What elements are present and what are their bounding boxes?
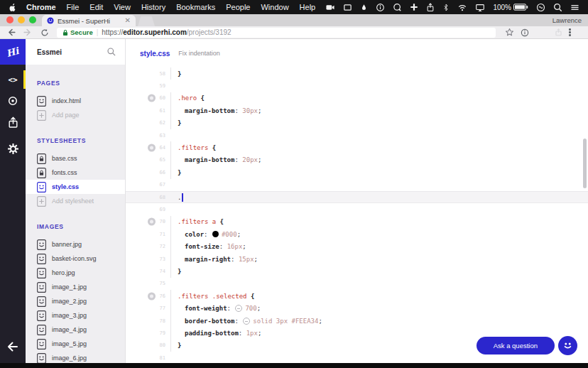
fix-indentation-link[interactable]: Fix indentation — [178, 50, 220, 57]
star-icon[interactable] — [505, 28, 514, 37]
close-window-button[interactable] — [6, 16, 13, 23]
ext-info-icon[interactable] — [521, 28, 529, 37]
launcher-icon[interactable] — [393, 3, 402, 12]
browser-toolbar: Secure | https://editor.superhi.com/proj… — [0, 26, 588, 39]
search-icon[interactable] — [107, 48, 116, 56]
ask-question-button[interactable]: Ask a question — [477, 337, 555, 355]
code-line-61[interactable]: 61margin-bottom: 30px; — [126, 104, 588, 117]
code-line-63[interactable]: 63 — [126, 129, 588, 141]
plus-icon[interactable] — [410, 3, 418, 11]
file-item-basket-icon-svg[interactable]: basket-icon.svg — [26, 251, 125, 266]
code-line-73[interactable]: 73margin-right: 15px; — [126, 253, 588, 265]
file-item-image-2-jpg[interactable]: image_2.jpg — [26, 294, 125, 308]
code-line-69[interactable]: 69 — [126, 203, 588, 215]
secure-lock-icon[interactable]: Secure — [62, 28, 93, 36]
code-line-65[interactable]: 65margin-bottom: 20px; — [126, 154, 588, 166]
code-line-70[interactable]: 70.filters a { — [126, 216, 588, 228]
window-icon[interactable] — [343, 3, 352, 12]
settings-button[interactable] — [0, 138, 26, 159]
file-item-hero-jpg[interactable]: hero.jpg — [26, 266, 125, 280]
code-line-71[interactable]: 71color: #000; — [126, 228, 588, 240]
display-icon[interactable] — [475, 3, 485, 12]
code-panel-button[interactable]: <> — [0, 69, 26, 90]
menu-bookmarks[interactable]: Bookmarks — [176, 3, 215, 11]
bluetooth-icon[interactable] — [442, 3, 450, 12]
ink-icon[interactable] — [360, 3, 368, 12]
info-icon[interactable] — [376, 3, 385, 12]
video-icon[interactable] — [325, 3, 335, 12]
file-item-style-css[interactable]: style.css — [26, 180, 125, 194]
editor-scrollbar[interactable] — [583, 139, 587, 188]
minimize-window-button[interactable] — [18, 16, 25, 23]
code-line-64[interactable]: 64.filters { — [126, 141, 588, 153]
forward-icon[interactable] — [23, 28, 33, 37]
code-token: 30px — [242, 107, 258, 114]
file-item-image-4-jpg[interactable]: image_4.jpg — [26, 323, 125, 337]
chat-smiley-button[interactable] — [558, 336, 577, 355]
menu-history[interactable]: History — [141, 3, 165, 11]
preview-button[interactable] — [0, 90, 26, 112]
code-line-72[interactable]: 72font-size: 16px; — [126, 240, 588, 252]
file-item-image-5-jpg[interactable]: image_5.jpg — [26, 337, 125, 351]
code-line-77[interactable]: 77font-weight: 700; — [126, 302, 588, 314]
browser-profile-name[interactable]: Lawrence — [552, 16, 582, 24]
zoom-window-button[interactable] — [29, 16, 36, 23]
apple-icon[interactable] — [9, 3, 16, 12]
pale-share-icon[interactable] — [555, 28, 562, 36]
code-line-62[interactable]: 62} — [126, 117, 588, 129]
code-area[interactable]: 58}5960.hero {61margin-bottom: 30px;62}6… — [126, 67, 588, 364]
code-token: { — [220, 218, 224, 225]
file-item-fonts-css[interactable]: fonts.css — [26, 166, 125, 180]
code-line-68[interactable]: 68. — [126, 191, 588, 203]
code-line-58[interactable]: 58} — [126, 67, 588, 80]
siri-icon[interactable] — [536, 3, 545, 12]
browser-tab[interactable]: Essmei - SuperHi ✕ — [42, 15, 136, 26]
menu-people[interactable]: People — [226, 3, 250, 11]
value-stepper-icon[interactable] — [235, 305, 242, 312]
code-line-76[interactable]: 76.filters .selected { — [126, 290, 588, 302]
share-icon[interactable] — [426, 3, 435, 12]
wifi-icon[interactable] — [457, 4, 467, 11]
file-item-label: hero.jpg — [52, 269, 75, 276]
url-text: https://editor.superhi.com/projects/3192 — [102, 28, 231, 36]
doc-plus-icon — [37, 110, 46, 121]
menu-icon[interactable] — [570, 4, 579, 11]
back-icon[interactable] — [6, 28, 16, 37]
menu-edit[interactable]: Edit — [89, 3, 103, 11]
code-line-67[interactable]: 67 — [126, 179, 588, 191]
reload-icon[interactable] — [40, 28, 49, 37]
file-item-banner-jpg[interactable]: banner.jpg — [26, 237, 125, 251]
code-line-60[interactable]: 60.hero { — [126, 92, 588, 104]
menu-help[interactable]: Help — [300, 3, 316, 11]
battery-icon[interactable]: 100% — [493, 4, 528, 11]
line-number: 74 — [147, 269, 165, 274]
code-line-66[interactable]: 66} — [126, 166, 588, 178]
url-host: editor.superhi.com — [123, 28, 186, 36]
menu-view[interactable]: View — [114, 3, 131, 11]
new-tab-button[interactable] — [138, 16, 155, 26]
file-item-add-page[interactable]: Add page — [26, 108, 125, 122]
menu-dots-icon[interactable] — [569, 28, 571, 36]
tab-close-icon[interactable]: ✕ — [125, 17, 131, 24]
code-line-75[interactable]: 75 — [126, 278, 588, 290]
code-line-78[interactable]: 78border-bottom: solid 3px #FEEA34; — [126, 315, 588, 327]
file-item-index-html[interactable]: index.html — [26, 94, 125, 108]
back-to-dashboard-button[interactable] — [0, 341, 26, 352]
file-item-image-3-jpg[interactable]: image_3.jpg — [26, 308, 125, 323]
line-number: 60 — [147, 95, 165, 101]
file-item-add-stylesheet[interactable]: Add stylesheet — [26, 194, 125, 208]
search-icon[interactable] — [553, 3, 562, 12]
menu-chrome[interactable]: Chrome — [26, 3, 56, 11]
url-bar[interactable]: Secure | https://editor.superhi.com/proj… — [57, 28, 496, 38]
share-button[interactable] — [0, 112, 26, 133]
editor-tab-stylecss[interactable]: style.css — [140, 50, 170, 58]
superhi-logo[interactable]: Hi — [0, 39, 26, 65]
file-item-base-css[interactable]: base.css — [26, 151, 125, 166]
code-token: ; — [258, 330, 261, 337]
value-stepper-icon[interactable] — [243, 318, 250, 325]
code-line-59[interactable]: 59 — [126, 80, 588, 92]
code-line-74[interactable]: 74} — [126, 265, 588, 277]
file-item-image-1-jpg[interactable]: image_1.jpg — [26, 280, 125, 294]
menu-file[interactable]: File — [67, 3, 80, 11]
menu-window[interactable]: Window — [261, 3, 288, 11]
